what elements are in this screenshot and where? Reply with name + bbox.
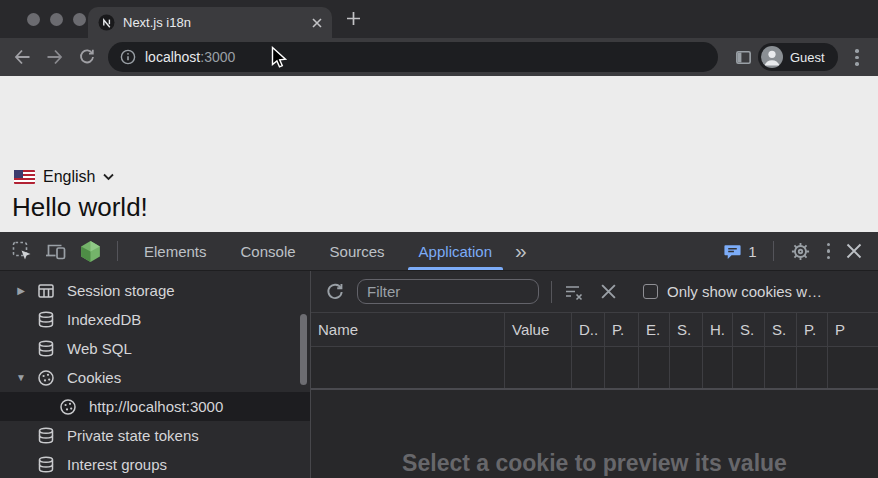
nodejs-icon[interactable] — [78, 239, 103, 264]
traffic-light-close-button[interactable] — [27, 13, 40, 26]
browser-menu-icon[interactable] — [855, 49, 859, 66]
sidebar-item-label: IndexedDB — [67, 311, 141, 328]
site-info-icon[interactable] — [120, 49, 136, 65]
column-header-name-0[interactable]: Name — [311, 313, 505, 346]
us-flag-icon — [14, 170, 35, 184]
tab-application[interactable]: Application — [402, 232, 509, 270]
only-show-issues-checkbox[interactable] — [643, 284, 658, 299]
column-header-p-10[interactable]: P — [828, 313, 878, 346]
issues-button[interactable]: 1 — [723, 242, 756, 261]
sidebar-item-interest-groups[interactable]: Interest groups — [0, 450, 310, 478]
sidebar-item-private-state-tokens[interactable]: Private state tokens — [0, 421, 310, 450]
chevron-down-icon — [103, 173, 114, 181]
forward-icon[interactable] — [46, 48, 64, 70]
browser-window: Next.js i18n localhost:3000 — [0, 0, 878, 478]
avatar-icon — [761, 46, 783, 68]
settings-gear-icon[interactable] — [790, 241, 811, 262]
refresh-icon[interactable] — [325, 282, 345, 302]
sidebar-item-label: Private state tokens — [67, 427, 199, 444]
toolbar-divider — [117, 241, 118, 261]
empty-cell-3 — [605, 347, 639, 388]
database-icon — [36, 455, 56, 475]
sidebar-scrollbar[interactable] — [300, 314, 307, 385]
column-header-p-3[interactable]: P. — [605, 313, 639, 346]
expander-icon[interactable]: ▼ — [13, 372, 29, 383]
browser-tab[interactable]: Next.js i18n — [88, 7, 332, 38]
expander-icon[interactable]: ▶ — [13, 285, 29, 296]
column-header-d-2[interactable]: D.. — [572, 313, 605, 346]
page-heading: Hello world! — [12, 192, 148, 223]
column-header-s-7[interactable]: S. — [733, 313, 765, 346]
cookies-table-header: NameValueD..P.E.S.H.S.S.P.P — [311, 312, 878, 347]
back-icon[interactable] — [13, 48, 31, 70]
language-selector[interactable]: English — [14, 168, 114, 186]
traffic-light-zoom-button[interactable] — [73, 13, 86, 26]
column-header-p-9[interactable]: P. — [797, 313, 828, 346]
devtools-toolbar: ElementsConsoleSourcesApplication » 1 — [0, 232, 878, 271]
only-show-issues-label: Only show cookies w… — [667, 283, 822, 300]
device-toolbar-icon[interactable] — [44, 240, 67, 262]
browser-toolbar: localhost:3000 Guest — [0, 38, 878, 76]
tab-sources[interactable]: Sources — [313, 232, 402, 270]
devtools-menu-icon[interactable] — [827, 243, 831, 260]
url-port: :3000 — [200, 49, 235, 65]
cookie-preview-message: Select a cookie to preview its value — [311, 450, 878, 477]
column-header-s-5[interactable]: S. — [670, 313, 703, 346]
sidebar-item-label: Interest groups — [67, 456, 167, 473]
cookie-preview-pane: Select a cookie to preview its value — [311, 390, 878, 478]
filter-input[interactable] — [357, 279, 539, 304]
devtools-tab-bar: ElementsConsoleSourcesApplication — [127, 232, 509, 270]
new-tab-button[interactable] — [346, 11, 361, 30]
sidebar-item-indexeddb[interactable]: IndexedDB — [0, 305, 310, 334]
sidebar-item-session-storage[interactable]: ▶Session storage — [0, 276, 310, 305]
more-tabs-icon[interactable]: » — [509, 239, 532, 263]
address-bar[interactable]: localhost:3000 — [108, 42, 718, 72]
side-panel-icon[interactable] — [734, 48, 753, 71]
language-label: English — [43, 168, 95, 186]
column-header-value-1[interactable]: Value — [505, 313, 572, 346]
sidebar-item-cookies[interactable]: ▼Cookies — [0, 363, 310, 392]
tab-close-icon[interactable] — [312, 18, 322, 28]
inspect-element-icon[interactable] — [11, 240, 33, 262]
devtools-toolbar-right: 1 — [723, 241, 878, 262]
sidebar-item-label: Web SQL — [67, 340, 132, 357]
cookies-toolbar: Only show cookies w… — [311, 271, 878, 312]
devtools-close-icon[interactable] — [846, 243, 862, 259]
devtools-panel: ElementsConsoleSourcesApplication » 1 — [0, 232, 878, 478]
sidebar-item-web-sql[interactable]: Web SQL — [0, 334, 310, 363]
delete-cookies-icon[interactable] — [600, 283, 617, 300]
devtools-sidebar: ▶Session storageIndexedDBWeb SQL▼Cookies… — [0, 271, 311, 478]
column-header-s-8[interactable]: S. — [765, 313, 797, 346]
tab-strip: Next.js i18n — [0, 0, 878, 38]
empty-cell-4 — [639, 347, 670, 388]
tab-elements[interactable]: Elements — [127, 232, 224, 270]
cookies-toolbar-divider — [551, 281, 552, 303]
issues-count: 1 — [748, 243, 756, 260]
database-icon — [36, 426, 56, 446]
column-header-h-6[interactable]: H. — [703, 313, 733, 346]
sidebar-item-label: Session storage — [67, 282, 175, 299]
traffic-light-minimize-button[interactable] — [50, 13, 63, 26]
empty-cell-0 — [311, 347, 505, 388]
column-header-e-4[interactable]: E. — [639, 313, 670, 346]
mouse-cursor — [271, 46, 288, 74]
reload-icon[interactable] — [78, 48, 96, 70]
sidebar-item-http-localhost-3000[interactable]: http://localhost:3000 — [0, 392, 310, 421]
empty-cell-8 — [765, 347, 797, 388]
sidebar-item-label: Cookies — [67, 369, 121, 386]
profile-button[interactable]: Guest — [758, 43, 838, 71]
toolbar-divider-2 — [773, 241, 774, 261]
empty-cell-9 — [797, 347, 828, 388]
clear-filter-icon[interactable] — [563, 282, 585, 302]
nextjs-favicon-icon — [98, 14, 115, 31]
tab-title: Next.js i18n — [123, 15, 304, 30]
database-icon — [36, 310, 56, 330]
page-content: English Hello world! — [0, 76, 878, 232]
tab-console[interactable]: Console — [224, 232, 313, 270]
sidebar-item-label: http://localhost:3000 — [89, 398, 223, 415]
url-text: localhost:3000 — [145, 49, 235, 65]
profile-label: Guest — [790, 50, 825, 65]
empty-cell-7 — [733, 347, 765, 388]
cookies-panel: Only show cookies w… NameValueD..P.E.S.H… — [311, 271, 878, 478]
application-panel: ▶Session storageIndexedDBWeb SQL▼Cookies… — [0, 271, 878, 478]
